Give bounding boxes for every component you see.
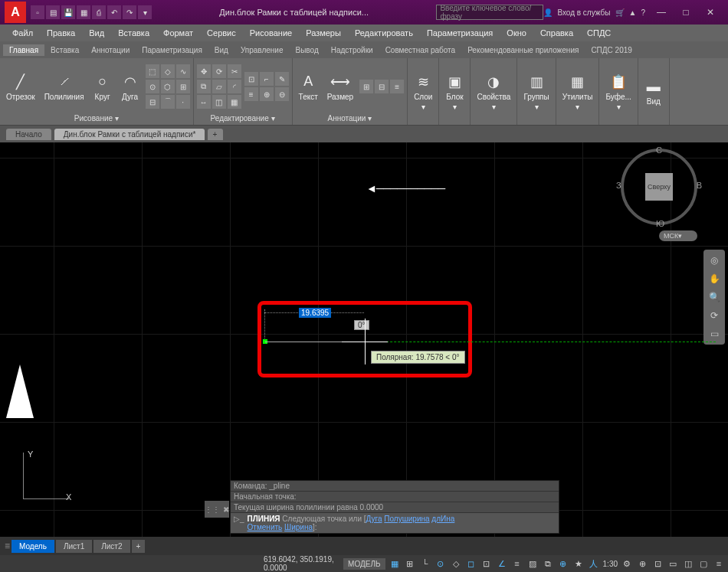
polyline-button[interactable]: ⟋Полилиния: [41, 71, 87, 103]
tab-parametric[interactable]: Параметризация: [136, 44, 208, 56]
polar-toggle[interactable]: ⊙: [435, 557, 447, 570]
osnap-toggle[interactable]: ◻: [465, 557, 477, 570]
help-icon[interactable]: ?: [641, 8, 645, 17]
app-logo[interactable]: A: [5, 2, 26, 23]
tool-icon[interactable]: ⊟: [375, 80, 389, 93]
tool-icon[interactable]: ⊡: [244, 72, 258, 86]
groups-button[interactable]: ▥Группы▾: [520, 71, 552, 113]
menu-dimension[interactable]: Размеры: [300, 27, 347, 39]
hw-accel-icon[interactable]: ▭: [667, 557, 679, 570]
tool-icon[interactable]: ⌐: [260, 72, 274, 86]
tool-icon[interactable]: ◇: [161, 64, 175, 78]
tab-annotate[interactable]: Аннотации: [85, 44, 136, 56]
doc-tab-current[interactable]: Дин.блок Рамки с таблицей надписи*: [54, 129, 205, 140]
search-input[interactable]: Введите ключевое слово/фразу: [436, 5, 543, 20]
tool-icon[interactable]: ✎: [275, 72, 289, 86]
annoscale-toggle[interactable]: 人: [588, 557, 600, 570]
tool-icon[interactable]: ⊖: [275, 87, 289, 101]
stretch-icon[interactable]: ↔: [197, 95, 211, 109]
properties-button[interactable]: ◑Свойства▾: [474, 71, 513, 113]
dimension-button[interactable]: ⟷Размер: [324, 71, 356, 103]
angle-input[interactable]: 0°: [354, 320, 369, 330]
circle-button[interactable]: ○Круг: [90, 71, 115, 103]
cmd-input-line[interactable]: ▷_ ПЛИНИЯ Следующая точка или [Дуга Полу…: [231, 513, 559, 533]
tab-collab[interactable]: Совместная работа: [379, 44, 462, 56]
tool-icon[interactable]: ∿: [176, 64, 190, 78]
qat-save-icon[interactable]: 💾: [61, 5, 75, 19]
qat-undo-icon[interactable]: ↶: [107, 5, 121, 19]
annotation-scale[interactable]: 1:30: [603, 560, 618, 568]
qat-plot-icon[interactable]: ⎙: [92, 5, 106, 19]
close-button[interactable]: ✕: [699, 5, 722, 20]
cart-icon[interactable]: 🛒: [615, 8, 625, 17]
trim-icon[interactable]: ✂: [228, 64, 241, 78]
tool-icon[interactable]: ⬚: [146, 64, 159, 78]
cleanscreen-icon[interactable]: ▢: [697, 557, 710, 570]
coord-system-menu[interactable]: МСК ▾: [659, 230, 697, 241]
login-label[interactable]: Вход в службы: [557, 8, 610, 17]
isolate-icon[interactable]: ◫: [682, 557, 694, 570]
nav-wheel-icon[interactable]: ◎: [707, 253, 722, 268]
a360-icon[interactable]: ▲: [629, 8, 637, 17]
qat-new-icon[interactable]: ▫: [31, 5, 44, 19]
maximize-button[interactable]: □: [674, 5, 697, 20]
menu-edit[interactable]: Правка: [41, 27, 81, 39]
distance-input[interactable]: 19.6395: [299, 308, 331, 318]
transparency-toggle[interactable]: ▨: [526, 557, 539, 570]
menu-format[interactable]: Формат: [157, 27, 199, 39]
cursor-coords[interactable]: 619.6042, 350.1919, 0.0000: [264, 555, 340, 572]
panel-draw-title[interactable]: Рисование ▾: [3, 113, 190, 123]
lineweight-toggle[interactable]: ≡: [511, 557, 523, 570]
doc-tab-new[interactable]: +: [208, 129, 223, 140]
layout-nav-icon[interactable]: ≡: [5, 541, 10, 551]
layout1-tab[interactable]: Лист1: [56, 540, 92, 553]
quick-props-toggle[interactable]: ★: [572, 557, 585, 570]
copy-icon[interactable]: ⧉: [197, 80, 211, 93]
block-button[interactable]: ▣Блок▾: [442, 71, 467, 113]
tool-icon[interactable]: ·: [176, 95, 190, 109]
tool-icon[interactable]: ⊕: [260, 87, 274, 101]
tool-icon[interactable]: ⌒: [161, 95, 175, 109]
ucs-icon[interactable]: Y X: [23, 453, 84, 514]
view-button[interactable]: ▬Вид: [641, 76, 666, 107]
viewcube-face-top[interactable]: Сверху: [645, 173, 673, 201]
nav-zoom-icon[interactable]: 🔍: [707, 289, 722, 305]
tool-icon[interactable]: ≡: [244, 87, 258, 101]
layers-button[interactable]: ≋Слои▾: [411, 71, 435, 113]
qat-saveas-icon[interactable]: ▦: [77, 5, 90, 19]
model-tab[interactable]: Модель: [11, 540, 54, 553]
ortho-toggle[interactable]: └: [419, 557, 431, 570]
user-icon[interactable]: 👤: [543, 8, 553, 17]
3dosnap-toggle[interactable]: ⊡: [480, 557, 493, 570]
otrack-toggle[interactable]: ∠: [496, 557, 508, 570]
panel-modify-title[interactable]: Редактирование ▾: [197, 113, 289, 123]
command-window[interactable]: ⋮⋮✖ Команда: _pline Начальная точка: Тек…: [230, 480, 559, 534]
snap-toggle[interactable]: ⊞: [404, 557, 416, 570]
menu-tools[interactable]: Сервис: [201, 27, 242, 39]
line-button[interactable]: ╱Отрезок: [3, 71, 38, 103]
nav-showmotion-icon[interactable]: ▭: [707, 326, 722, 342]
workspace-icon[interactable]: ⚙: [621, 557, 633, 570]
utilities-button[interactable]: ▦Утилиты▾: [559, 71, 596, 113]
tab-output[interactable]: Вывод: [290, 44, 325, 56]
layout-add-tab[interactable]: +: [132, 540, 146, 553]
menu-window[interactable]: Окно: [500, 27, 533, 39]
menu-spds[interactable]: СПДС: [581, 27, 617, 39]
menu-insert[interactable]: Вставка: [112, 27, 156, 39]
tool-icon[interactable]: ≡: [390, 80, 404, 93]
menu-modify[interactable]: Редактировать: [349, 27, 419, 39]
iso-toggle[interactable]: ◇: [450, 557, 462, 570]
tool-icon[interactable]: ⊙: [146, 80, 159, 93]
customize-icon[interactable]: ≡: [713, 557, 725, 570]
clipboard-button[interactable]: 📋Буфе...▾: [602, 71, 634, 113]
array-icon[interactable]: ▦: [228, 95, 241, 109]
tab-spds[interactable]: СПДС 2019: [585, 44, 638, 56]
mirror-icon[interactable]: ▱: [212, 80, 226, 93]
drawing-canvas[interactable]: ◄────────── Сверху С Ю З В МСК ▾ ◎ ✋ 🔍 ⟳…: [0, 142, 728, 537]
fillet-icon[interactable]: ◜: [228, 80, 241, 93]
tool-icon[interactable]: ⬡: [161, 80, 175, 93]
cmd-close-icon[interactable]: ✖: [223, 505, 229, 514]
tab-addins[interactable]: Надстройки: [325, 44, 379, 56]
model-space-button[interactable]: МОДЕЛЬ: [343, 558, 385, 570]
text-button[interactable]: AТекст: [296, 71, 321, 103]
